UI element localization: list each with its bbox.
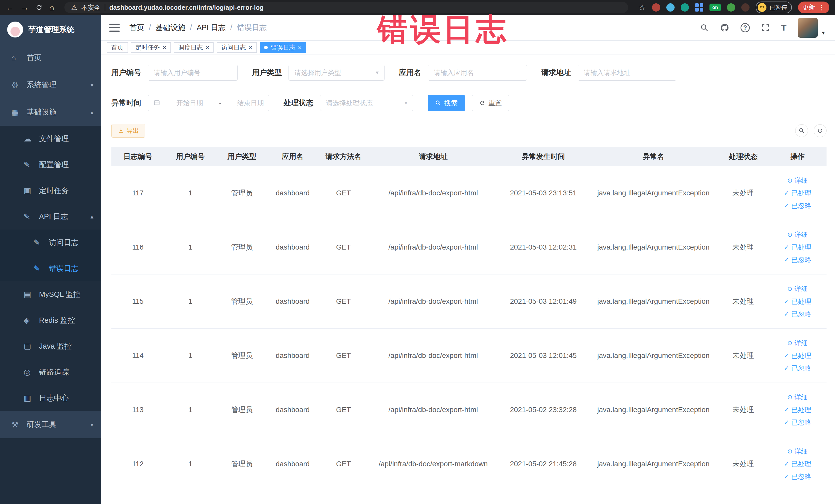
sidebar-item[interactable]: ◈ Redis 监控: [0, 307, 101, 333]
extension-on-icon[interactable]: on: [710, 4, 721, 11]
sidebar-item[interactable]: ▥ 日志中心: [0, 385, 101, 411]
sidebar-item[interactable]: ▢ Java 监控: [0, 333, 101, 359]
fullscreen-icon[interactable]: [761, 23, 770, 32]
date-range-picker[interactable]: 开始日期 - 结束日期: [148, 95, 269, 111]
profile-chip[interactable]: 已暂停: [756, 2, 792, 13]
address-bar[interactable]: ⚠ 不安全 dashboard.yudao.iocoder.cn/infra/l…: [64, 2, 628, 13]
menu-dots-icon[interactable]: ⋮: [818, 4, 825, 12]
check-icon: ✓: [784, 297, 789, 306]
close-icon[interactable]: ×: [298, 44, 302, 51]
hamburger-icon[interactable]: [109, 24, 120, 32]
sidebar-item[interactable]: ⚒ 研发工具 ▾: [0, 411, 101, 438]
extension-blue-icon[interactable]: [666, 3, 675, 12]
extension-green-icon[interactable]: [727, 3, 735, 12]
tab-scheduled-task[interactable]: 定时任务 ×: [131, 42, 171, 53]
github-icon[interactable]: [720, 23, 729, 32]
tab-error-log[interactable]: 错误日志 ×: [260, 42, 306, 53]
sidebar-item[interactable]: ⌂ 首页: [0, 44, 101, 72]
detail-link[interactable]: ⊙ 详细: [787, 176, 808, 186]
app-name-input[interactable]: [428, 65, 527, 81]
mark-ignore-link[interactable]: ✓ 已忽略: [784, 363, 811, 373]
reset-button[interactable]: 重置: [472, 95, 509, 111]
tab-access-log[interactable]: 访问日志 ×: [217, 42, 257, 53]
extension-teal-icon[interactable]: [681, 3, 689, 12]
mark-ignore-link[interactable]: ✓ 已忽略: [784, 309, 811, 319]
tab-home[interactable]: 首页: [107, 42, 128, 53]
sidebar-item[interactable]: ✎ API 日志 ▴: [0, 204, 101, 229]
close-icon[interactable]: ×: [205, 44, 209, 51]
back-icon[interactable]: ←: [6, 3, 14, 12]
filter-label: 应用名: [399, 67, 421, 78]
date-start-placeholder[interactable]: 开始日期: [176, 99, 203, 107]
mark-ignore-link[interactable]: ✓ 已忽略: [784, 418, 811, 427]
mark-ignore-link[interactable]: ✓ 已忽略: [784, 201, 811, 211]
detail-link[interactable]: ⊙ 详细: [787, 338, 808, 348]
toggle-search-button[interactable]: [795, 124, 808, 137]
request-url-input[interactable]: [578, 65, 676, 81]
mark-ignore-link[interactable]: ✓ 已忽略: [784, 255, 811, 265]
user-avatar[interactable]: [798, 18, 818, 38]
sidebar-item[interactable]: ▣ 定时任务: [0, 178, 101, 204]
home-icon[interactable]: ⌂: [49, 3, 54, 12]
update-button[interactable]: 更新 ⋮: [798, 2, 829, 13]
date-end-placeholder[interactable]: 结束日期: [237, 99, 264, 107]
user-type-select[interactable]: 请选择用户类型 ▾: [288, 65, 385, 81]
cell-log-id: 116: [111, 220, 164, 274]
caret-down-icon[interactable]: ▾: [822, 29, 825, 38]
mark-done-link[interactable]: ✓ 已处理: [784, 188, 811, 198]
sidebar-item-label: 研发工具: [27, 420, 57, 430]
sidebar-item[interactable]: ▦ 基础设施 ▴: [0, 99, 101, 126]
sidebar-item-label: 链路追踪: [39, 367, 69, 378]
extension-red-icon[interactable]: [652, 3, 660, 12]
search-icon[interactable]: [700, 23, 709, 32]
sidebar-item-icon: ⚒: [11, 420, 23, 429]
mark-done-link[interactable]: ✓ 已处理: [784, 459, 811, 469]
sidebar-filler: [0, 438, 101, 504]
cell-request-url: /api/infra/db-doc/export-html: [369, 220, 497, 274]
sidebar-item[interactable]: ✎ 错误日志: [0, 256, 101, 281]
detail-link[interactable]: ⊙ 详细: [787, 230, 808, 240]
status-select[interactable]: 请选择处理状态 ▾: [320, 95, 413, 111]
mark-done-link[interactable]: ✓ 已处理: [784, 297, 811, 306]
close-icon[interactable]: ×: [248, 44, 252, 51]
sidebar-item[interactable]: ▤ MySQL 监控: [0, 281, 101, 307]
sidebar-item[interactable]: ☁ 文件管理: [0, 126, 101, 152]
breadcrumb: 首页 / 基础设施 / API 日志 / 错误日志: [129, 23, 267, 33]
logo[interactable]: 芋道管理系统: [0, 15, 101, 44]
sidebar-item[interactable]: ✎ 访问日志: [0, 229, 101, 256]
tab-schedule-log[interactable]: 调度日志 ×: [174, 42, 213, 53]
forward-icon[interactable]: →: [21, 3, 29, 12]
url-text[interactable]: dashboard.yudao.iocoder.cn/infra/log/api…: [109, 4, 264, 11]
detail-link[interactable]: ⊙ 详细: [787, 392, 808, 402]
table-toolbar: 导出: [111, 124, 827, 138]
mark-ignore-link[interactable]: ✓ 已忽略: [784, 472, 811, 482]
mark-done-link[interactable]: ✓ 已处理: [784, 405, 811, 415]
breadcrumb-home[interactable]: 首页: [129, 23, 144, 33]
sidebar-item-label: MySQL 监控: [39, 289, 81, 300]
close-icon[interactable]: ×: [162, 44, 166, 51]
search-button[interactable]: 搜索: [428, 95, 465, 111]
eye-icon: ⊙: [787, 176, 792, 185]
main: 首页 / 基础设施 / API 日志 / 错误日志 ?: [101, 15, 835, 504]
font-size-icon[interactable]: T: [781, 23, 787, 33]
sidebar-item[interactable]: ◎ 链路追踪: [0, 359, 101, 385]
bookmark-star-icon[interactable]: ☆: [638, 3, 646, 12]
breadcrumb-api-log[interactable]: API 日志: [197, 23, 226, 33]
detail-link[interactable]: ⊙ 详细: [787, 284, 808, 294]
content: 用户编号 用户类型 请选择用户类型 ▾ 应用名: [101, 55, 835, 504]
mark-done-link[interactable]: ✓ 已处理: [784, 351, 811, 361]
sidebar-item[interactable]: ✎ 配置管理: [0, 152, 101, 178]
detail-link[interactable]: ⊙ 详细: [787, 446, 808, 457]
user-id-input[interactable]: [148, 65, 238, 81]
extension-dark-icon[interactable]: [741, 3, 750, 12]
extensions-grid-icon[interactable]: [695, 3, 703, 12]
breadcrumb-infra[interactable]: 基础设施: [156, 23, 185, 33]
check-icon: ✓: [784, 472, 789, 481]
refresh-icon[interactable]: [36, 4, 43, 11]
security-label[interactable]: 不安全: [81, 3, 101, 12]
mark-done-link[interactable]: ✓ 已处理: [784, 242, 811, 253]
help-icon[interactable]: ?: [740, 23, 750, 32]
sidebar-item[interactable]: ⚙ 系统管理 ▾: [0, 72, 101, 99]
export-button[interactable]: 导出: [111, 124, 145, 138]
refresh-table-button[interactable]: [814, 124, 827, 137]
